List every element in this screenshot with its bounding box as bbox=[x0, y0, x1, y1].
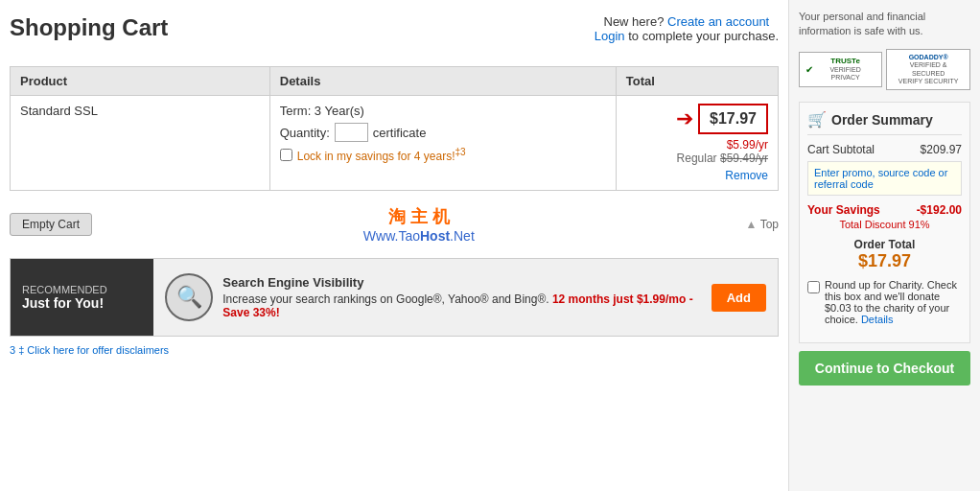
watermark-url-prefix: Www.Tao bbox=[363, 228, 420, 244]
discount-percent: Total Discount 91% bbox=[807, 219, 962, 230]
create-account-link[interactable]: Create an account bbox=[667, 14, 769, 29]
order-summary: 🛒 Order Summary Cart Subtotal $209.97 En… bbox=[799, 102, 970, 343]
cart-table: Product Details Total Standard SSL Term:… bbox=[10, 66, 779, 191]
login-suffix: to complete your purchase. bbox=[628, 29, 779, 43]
rec-description: Increase your search rankings on Google®… bbox=[222, 292, 701, 319]
godaddy-badge: GODADDY® VERIFIED & SECURED VERIFY SECUR… bbox=[886, 49, 970, 91]
watermark-url-mid: Host bbox=[420, 228, 450, 244]
right-sidebar: Your personal and financial information … bbox=[788, 0, 980, 491]
product-total: ➔ $17.97 $5.99/yr Regular $59.49/yr Remo… bbox=[616, 96, 778, 191]
rec-text-area: Search Engine Visibility Increase your s… bbox=[222, 275, 701, 319]
order-total-label: Order Total bbox=[807, 238, 962, 251]
top-arrow-icon: ▲ bbox=[746, 218, 758, 231]
disclaimer-link[interactable]: Click here for offer disclaimers bbox=[27, 344, 169, 356]
truste-label: TRUSTe bbox=[815, 57, 875, 66]
recommended-section: RECOMMENDED Just for You! 🔍 Search Engin… bbox=[10, 258, 779, 337]
regular-price: $59.49/yr bbox=[720, 152, 768, 165]
subtotal-label: Cart Subtotal bbox=[807, 143, 875, 156]
promo-link[interactable]: Enter promo, source code or referral cod… bbox=[807, 161, 962, 196]
new-here-text: New here? bbox=[604, 14, 665, 29]
order-summary-title: 🛒 Order Summary bbox=[807, 110, 962, 135]
watermark: 淘 主 机 Www.TaoHost.Net bbox=[363, 205, 475, 244]
certificate-label: certificate bbox=[373, 126, 427, 140]
rec-product-title: Search Engine Visibility bbox=[222, 275, 701, 290]
order-total-price: $17.97 bbox=[807, 251, 962, 271]
recommended-label: RECOMMENDED bbox=[22, 284, 142, 295]
recommended-content: 🔍 Search Engine Visibility Increase your… bbox=[153, 259, 778, 336]
charity-text: Round up for Charity. Check this box and… bbox=[825, 279, 962, 325]
regular-label: Regular bbox=[677, 152, 717, 165]
quantity-input[interactable]: 1 bbox=[335, 123, 368, 142]
charity-details-link[interactable]: Details bbox=[861, 314, 894, 325]
remove-link[interactable]: Remove bbox=[725, 169, 768, 182]
top-link[interactable]: ▲ Top bbox=[746, 218, 779, 231]
col-header-details: Details bbox=[269, 67, 616, 96]
col-header-product: Product bbox=[11, 67, 270, 96]
cart-actions: Empty Cart 淘 主 机 Www.TaoHost.Net ▲ Top bbox=[10, 200, 779, 248]
new-here-section: New here? Create an account Login to com… bbox=[595, 14, 779, 43]
term-label: Term: 3 Year(s) bbox=[280, 104, 606, 118]
disclaimer: 3 ‡ Click here for offer disclaimers bbox=[10, 344, 779, 356]
product-details: Term: 3 Year(s) Quantity: 1 certificate … bbox=[269, 96, 616, 191]
empty-cart-button[interactable]: Empty Cart bbox=[10, 213, 92, 236]
price-value: $17.97 bbox=[698, 104, 768, 134]
subtotal-value: $209.97 bbox=[921, 143, 962, 156]
lock-label: Lock in my savings for 4 years!‡3 bbox=[297, 147, 466, 163]
truste-badge: ✔ TRUSTe VERIFIED PRIVACY bbox=[799, 52, 882, 86]
watermark-line1: 淘 主 机 bbox=[388, 207, 450, 226]
savings-label: Your Savings bbox=[807, 203, 880, 217]
product-icon: 🔍 bbox=[165, 273, 213, 321]
security-text: Your personal and financial information … bbox=[799, 10, 970, 39]
charity-row: Round up for Charity. Check this box and… bbox=[807, 279, 962, 325]
recommended-subtitle: Just for You! bbox=[22, 295, 142, 311]
charity-checkbox[interactable] bbox=[807, 281, 820, 293]
table-row: Standard SSL Term: 3 Year(s) Quantity: 1… bbox=[11, 96, 779, 191]
trust-badges: ✔ TRUSTe VERIFIED PRIVACY GODADDY® VERIF… bbox=[799, 49, 970, 91]
watermark-url-suffix: .Net bbox=[450, 228, 475, 244]
login-link[interactable]: Login bbox=[595, 29, 625, 43]
truste-sublabel: VERIFIED PRIVACY bbox=[815, 66, 875, 82]
savings-row: Your Savings -$192.00 bbox=[807, 203, 962, 217]
page-title: Shopping Cart bbox=[10, 14, 168, 41]
continue-checkout-button[interactable]: Continue to Checkout bbox=[799, 351, 970, 386]
add-button[interactable]: Add bbox=[712, 284, 766, 312]
cart-icon: 🛒 bbox=[807, 110, 827, 129]
product-name: Standard SSL bbox=[11, 96, 270, 191]
recommended-banner: RECOMMENDED Just for You! bbox=[11, 259, 153, 336]
truste-shield-icon: ✔ bbox=[805, 64, 813, 76]
price-per-year: $5.99/yr bbox=[727, 138, 768, 152]
lock-savings-checkbox[interactable] bbox=[280, 149, 292, 161]
disclaimer-footnotes: 3 ‡ bbox=[10, 344, 24, 356]
col-header-total: Total bbox=[616, 67, 778, 96]
savings-value: -$192.00 bbox=[917, 203, 962, 217]
arrow-icon: ➔ bbox=[676, 106, 693, 131]
subtotal-row: Cart Subtotal $209.97 bbox=[807, 143, 962, 156]
quantity-label: Quantity: bbox=[280, 126, 330, 140]
